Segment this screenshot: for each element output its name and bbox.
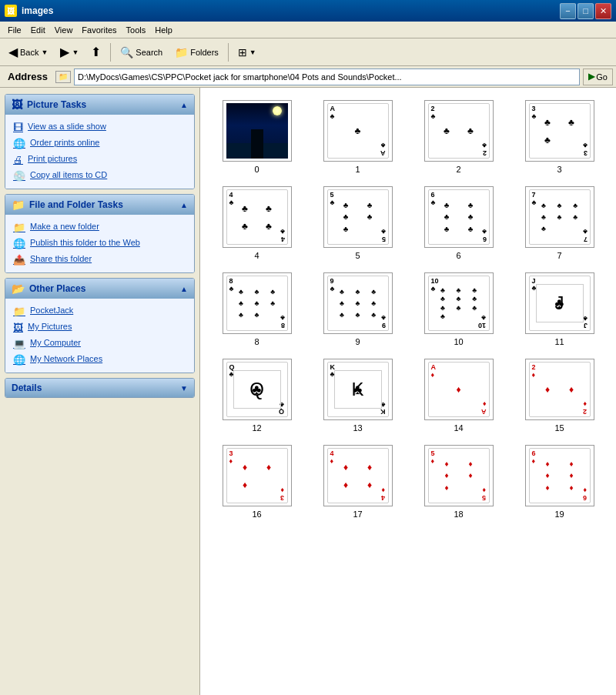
thumbnail-item[interactable]: 2♦ 2♦ ♦♦ 15 bbox=[512, 356, 607, 436]
thumbnail-item[interactable]: 6♣ 6♣ ♣♣♣♣♣♣ 6 bbox=[411, 183, 506, 263]
thumbnail-label: 1 bbox=[355, 165, 360, 174]
other-places-icon: 📂 bbox=[12, 282, 25, 295]
new-folder-item[interactable]: 📁 Make a new folder bbox=[12, 219, 188, 236]
picture-tasks-title: Picture Tasks bbox=[27, 99, 86, 110]
content-area: 0 A♣ A♣ ♣ 1 2♣ 2♣ ♣♣ 2 3♣ 3♣ ♣♣♣ 3 4♣ 4♣… bbox=[200, 88, 616, 695]
go-label: Go bbox=[596, 72, 608, 82]
thumbnail-item[interactable]: A♦ A♦ ♦ 14 bbox=[411, 356, 506, 436]
thumbnail-frame: 6♣ 6♣ ♣♣♣♣♣♣ bbox=[424, 186, 494, 248]
thumbnail-frame: 4♦ 4♦ ♦♦♦♦ bbox=[323, 445, 393, 506]
file-folder-tasks-chevron: ▲ bbox=[180, 201, 188, 209]
title-bar-controls: − □ ✕ bbox=[560, 3, 611, 19]
my-network-item[interactable]: 🌐 My Network Places bbox=[12, 352, 188, 368]
toolbar-separator-1 bbox=[110, 43, 111, 62]
print-pictures-label: Print pictures bbox=[28, 154, 77, 163]
picture-tasks-header[interactable]: 🖼 Picture Tasks ▲ bbox=[5, 95, 194, 115]
thumbnail-label: 2 bbox=[456, 165, 460, 174]
go-arrow-icon: ▶ bbox=[588, 72, 594, 82]
menu-tools[interactable]: Tools bbox=[122, 24, 151, 36]
thumbnail-label: 9 bbox=[355, 337, 360, 346]
forward-button[interactable]: ▶ ▼ bbox=[55, 42, 84, 63]
pocketjack-item[interactable]: 📁 PocketJack bbox=[12, 303, 188, 319]
thumbnail-item[interactable]: 9♣ 9♣ ♣♣♣♣♣♣♣♣♣ 9 bbox=[310, 269, 405, 349]
search-icon: 🔍 bbox=[120, 46, 133, 58]
view-slideshow-item[interactable]: 🎞 View as a slide show bbox=[12, 119, 188, 135]
details-header[interactable]: Details ▼ bbox=[5, 379, 194, 397]
address-label: Address bbox=[3, 71, 52, 82]
thumbnail-label: 10 bbox=[454, 337, 463, 346]
other-places-header[interactable]: 📂 Other Places ▲ bbox=[5, 279, 194, 299]
minimize-button[interactable]: − bbox=[560, 3, 576, 19]
views-dropdown-icon[interactable]: ▼ bbox=[249, 48, 256, 56]
file-folder-tasks-header[interactable]: 📁 File and Folder Tasks ▲ bbox=[5, 195, 194, 215]
thumbnail-item[interactable]: 4♦ 4♦ ♦♦♦♦ 17 bbox=[310, 442, 405, 522]
thumbnail-frame: 3♦ 3♦ ♦♦♦ bbox=[223, 445, 292, 506]
share-folder-item[interactable]: 📤 Share this folder bbox=[12, 252, 188, 268]
close-button[interactable]: ✕ bbox=[595, 3, 611, 19]
thumbnail-item[interactable]: A♣ A♣ ♣ 1 bbox=[310, 97, 405, 177]
picture-tasks-icon: 🖼 bbox=[12, 99, 22, 111]
view-slideshow-icon: 🎞 bbox=[13, 122, 23, 133]
back-label: Back bbox=[20, 48, 38, 57]
menu-help[interactable]: Help bbox=[150, 24, 177, 36]
thumbnail-item[interactable]: Q♣ Q♣ ♣ Q 12 bbox=[209, 356, 304, 436]
address-input[interactable]: D:\MyDocs\Games\CS\PPC\Pocket jack for s… bbox=[74, 68, 580, 85]
thumbnail-item[interactable]: J♣ J♣ ♣ J 11 bbox=[512, 269, 607, 349]
thumbnail-item[interactable]: 5♣ 5♣ ♣♣♣♣♣ 5 bbox=[310, 183, 405, 263]
new-folder-label: Make a new folder bbox=[30, 222, 99, 231]
publish-folder-icon: 🌐 bbox=[13, 238, 25, 249]
print-pictures-item[interactable]: 🖨 Print pictures bbox=[12, 152, 188, 168]
thumbnail-frame: 10♣ 10♣ ♣♣♣♣♣♣♣♣♣♣ bbox=[424, 272, 494, 334]
my-network-label: My Network Places bbox=[30, 354, 102, 363]
menu-edit[interactable]: Edit bbox=[26, 24, 50, 36]
thumbnail-item[interactable]: K♣ K♣ ♣ K 13 bbox=[310, 356, 405, 436]
file-folder-tasks-body: 📁 Make a new folder 🌐 Publish this folde… bbox=[5, 215, 194, 272]
search-label: Search bbox=[136, 48, 162, 57]
menu-favorites[interactable]: Favorites bbox=[77, 24, 121, 36]
thumbnail-item[interactable]: 3♦ 3♦ ♦♦♦ 16 bbox=[209, 442, 304, 522]
copy-cd-item[interactable]: 💿 Copy all items to CD bbox=[12, 168, 188, 184]
maximize-button[interactable]: □ bbox=[578, 3, 594, 19]
thumbnail-item[interactable]: 0 bbox=[209, 97, 304, 177]
back-dropdown-icon[interactable]: ▼ bbox=[41, 48, 48, 56]
toolbar: ◀ Back ▼ ▶ ▼ ⬆ 🔍 Search 📁 Folders ⊞ ▼ bbox=[0, 38, 616, 66]
picture-tasks-chevron: ▲ bbox=[180, 101, 188, 109]
thumbnail-item[interactable]: 5♦ 5♦ ♦♦♦♦♦ 18 bbox=[411, 442, 506, 522]
thumbnail-label: 19 bbox=[554, 510, 564, 519]
thumbnail-frame: A♣ A♣ ♣ bbox=[323, 100, 393, 162]
up-button[interactable]: ⬆ bbox=[85, 42, 106, 63]
go-button[interactable]: ▶ Go bbox=[583, 68, 613, 85]
thumbnail-item[interactable]: 3♣ 3♣ ♣♣♣ 3 bbox=[512, 97, 607, 177]
sidebar: 🖼 Picture Tasks ▲ 🎞 View as a slide show… bbox=[0, 88, 200, 695]
order-prints-item[interactable]: 🌐 Order prints online bbox=[12, 135, 188, 152]
thumbnail-label: 5 bbox=[355, 251, 360, 260]
view-slideshow-label: View as a slide show bbox=[28, 122, 106, 131]
thumbnail-item[interactable]: 4♣ 4♣ ♣♣♣♣ 4 bbox=[209, 183, 304, 263]
forward-dropdown-icon[interactable]: ▼ bbox=[72, 48, 79, 56]
thumbnail-item[interactable]: 8♣ 8♣ ♣♣♣♣♣♣♣♣ 8 bbox=[209, 269, 304, 349]
thumbnail-label: 0 bbox=[254, 165, 259, 174]
picture-tasks-header-left: 🖼 Picture Tasks bbox=[12, 99, 86, 111]
picture-tasks-panel: 🖼 Picture Tasks ▲ 🎞 View as a slide show… bbox=[5, 94, 195, 189]
print-pictures-icon: 🖨 bbox=[13, 154, 23, 165]
my-computer-item[interactable]: 💻 My Computer bbox=[12, 336, 188, 352]
thumbnail-item[interactable]: 7♣ 7♣ ♣♣♣♣♣♣♣ 7 bbox=[512, 183, 607, 263]
menu-view[interactable]: View bbox=[50, 24, 78, 36]
up-icon: ⬆ bbox=[91, 45, 101, 59]
views-button[interactable]: ⊞ ▼ bbox=[233, 42, 262, 63]
my-pictures-item[interactable]: 🖼 My Pictures bbox=[12, 319, 188, 336]
menu-file[interactable]: File bbox=[3, 24, 26, 36]
thumbnail-frame: J♣ J♣ ♣ J bbox=[525, 272, 594, 334]
search-button[interactable]: 🔍 Search bbox=[115, 42, 168, 63]
thumbnail-item[interactable]: 10♣ 10♣ ♣♣♣♣♣♣♣♣♣♣ 10 bbox=[411, 269, 506, 349]
back-button[interactable]: ◀ Back ▼ bbox=[3, 42, 53, 63]
thumbnail-frame: Q♣ Q♣ ♣ Q bbox=[223, 359, 292, 420]
thumbnail-label: 6 bbox=[456, 251, 460, 260]
copy-cd-icon: 💿 bbox=[13, 170, 25, 182]
publish-folder-item[interactable]: 🌐 Publish this folder to the Web bbox=[12, 236, 188, 252]
folders-button[interactable]: 📁 Folders bbox=[169, 42, 224, 63]
thumbnail-item[interactable]: 6♦ 6♦ ♦♦♦♦♦♦ 19 bbox=[512, 442, 607, 522]
thumbnail-label: 14 bbox=[454, 423, 463, 433]
thumbnail-item[interactable]: 2♣ 2♣ ♣♣ 2 bbox=[411, 97, 506, 177]
order-prints-icon: 🌐 bbox=[13, 138, 25, 149]
